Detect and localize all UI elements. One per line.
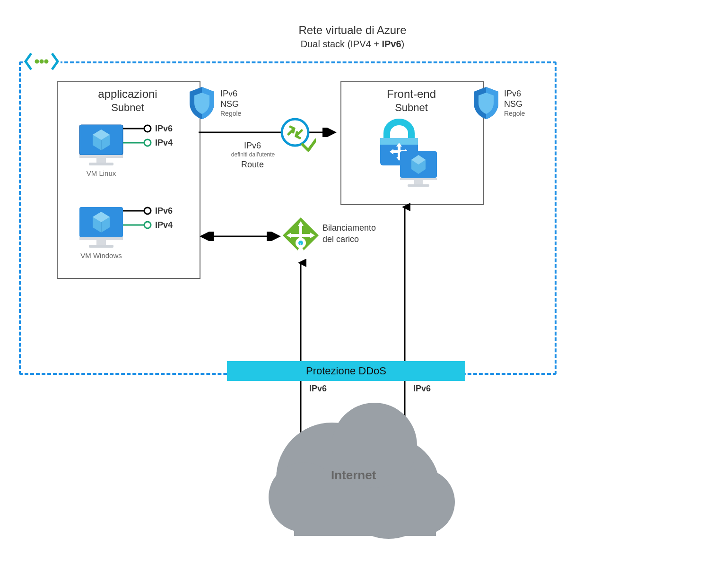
- route-small: definiti dall'utente: [222, 151, 284, 158]
- vnet-icon: [23, 50, 61, 73]
- nsg-app-line2: NSG: [220, 99, 239, 109]
- route-arrow: [199, 128, 339, 137]
- svg-point-28: [282, 119, 308, 146]
- vm-linux-icon: [76, 121, 127, 168]
- nsg-app-line3: Regole: [220, 110, 241, 117]
- diagram-stage: Rete virtuale di Azure Dual stack (IPV4 …: [0, 0, 705, 588]
- vm-windows-nic-icon: [123, 206, 156, 233]
- vm-windows-ipv4-label: IPv4: [155, 220, 173, 230]
- svg-rect-39: [414, 180, 423, 184]
- nsg-app-line1: IPv6: [220, 89, 237, 99]
- title-sub-suffix: ): [401, 39, 405, 49]
- lb-line1: Bilanciamento: [322, 223, 376, 233]
- svg-rect-49: [291, 234, 310, 237]
- svg-point-2: [40, 60, 44, 64]
- load-balancer-icon: [282, 216, 320, 260]
- cloud-icon: [261, 389, 460, 545]
- svg-rect-8: [89, 163, 113, 165]
- arrow-subnet-lb: [199, 232, 282, 241]
- nsg-fe-line3: Regole: [504, 110, 525, 117]
- svg-point-24: [144, 208, 151, 214]
- frontend-subnet-title1: Front-end: [340, 87, 482, 101]
- route-line2: Route: [224, 160, 281, 170]
- shield-icon: [187, 86, 217, 121]
- lb-line2: del carico: [322, 234, 359, 244]
- vm-windows-icon: [76, 203, 127, 251]
- frontend-subnet-title2: Subnet: [340, 102, 482, 114]
- svg-rect-19: [89, 245, 113, 248]
- arrow-fe-ddos: [399, 203, 410, 363]
- vm-linux-nic-icon: [123, 124, 156, 150]
- applications-subnet-title1: applicazioni: [57, 87, 199, 101]
- title-sub-ipv6: IPv6: [382, 39, 401, 49]
- svg-rect-38: [400, 178, 437, 180]
- vm-windows-caption: VM Windows: [76, 251, 127, 259]
- vm-linux-caption: VM Linux: [76, 169, 127, 177]
- route-peering-icon: [280, 117, 316, 153]
- route-line1: IPv6: [224, 141, 281, 151]
- svg-rect-64: [294, 493, 436, 536]
- arrow-lb-ddos: [295, 259, 306, 363]
- shield-icon: [471, 86, 501, 121]
- ddos-bar: Protezione DDoS: [227, 361, 465, 381]
- vm-windows-ipv6-label: IPv6: [155, 206, 173, 216]
- svg-point-1: [35, 60, 39, 64]
- svg-rect-18: [96, 240, 106, 245]
- svg-rect-17: [79, 237, 123, 240]
- nsg-fe-line1: IPv6: [504, 89, 521, 99]
- svg-point-3: [44, 60, 49, 64]
- frontend-app-icon: [370, 116, 441, 192]
- svg-rect-6: [79, 155, 123, 158]
- ddos-label: Protezione DDoS: [306, 365, 386, 377]
- svg-point-13: [144, 125, 151, 132]
- applications-subnet-title2: Subnet: [57, 102, 199, 114]
- svg-point-15: [144, 139, 151, 146]
- nsg-fe-line2: NSG: [504, 99, 522, 109]
- vm-linux-ipv4-label: IPv4: [155, 138, 173, 148]
- vm-linux-ipv6-label: IPv6: [155, 124, 173, 134]
- internet-label: Internet: [331, 468, 376, 483]
- title-sub: Dual stack (IPV4 + IPv6): [0, 39, 705, 50]
- title-sub-prefix: Dual stack (IPV4 +: [301, 39, 382, 49]
- title-main: Rete virtuale di Azure: [0, 24, 705, 37]
- svg-point-26: [144, 222, 151, 228]
- svg-rect-40: [408, 184, 429, 187]
- svg-rect-7: [96, 158, 106, 163]
